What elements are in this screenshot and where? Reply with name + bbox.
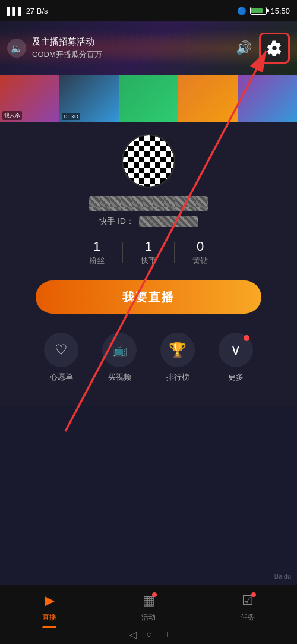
game-thumb-5[interactable] bbox=[238, 75, 297, 122]
action-label-ranking: 排行榜 bbox=[166, 372, 189, 383]
network-speed: 27 B/s bbox=[26, 7, 48, 15]
user-id-label: 快手 ID： bbox=[99, 216, 134, 227]
action-circle-ranking: 🏆 bbox=[160, 333, 195, 367]
gear-icon bbox=[267, 40, 282, 56]
nav-item-live[interactable]: ▶ 直播 bbox=[0, 591, 99, 628]
stat-vip[interactable]: 0 黄钻 bbox=[175, 239, 226, 266]
nav-underline-live bbox=[42, 626, 56, 628]
settings-button[interactable] bbox=[259, 33, 290, 64]
go-live-label: 我要直播 bbox=[122, 289, 175, 305]
stat-coins-num: 1 bbox=[145, 239, 152, 254]
stat-vip-num: 0 bbox=[197, 239, 204, 254]
trophy-icon: 🏆 bbox=[169, 342, 187, 358]
signal-indicator: ▌▌▌ bbox=[7, 7, 24, 15]
home-gesture: ○ bbox=[146, 629, 152, 640]
action-wishlist[interactable]: ♡ 心愿单 bbox=[44, 333, 78, 383]
status-bar: ▌▌▌ 27 B/s 🔵 15:50 bbox=[0, 0, 297, 21]
heart-icon: ♡ bbox=[55, 342, 68, 358]
username-blurred bbox=[89, 196, 208, 211]
top-banner: 🔈 及主播招募活动 CODM开播瓜分百万 🔊 bbox=[0, 21, 297, 75]
action-label-more: 更多 bbox=[228, 372, 244, 383]
banner-right-icons: 🔊 bbox=[236, 33, 290, 64]
battery-indicator bbox=[250, 7, 267, 15]
game-thumb-2[interactable]: DLRO bbox=[59, 75, 119, 122]
action-buy-video[interactable]: 📺 买视频 bbox=[102, 333, 137, 383]
action-circle-buy-video: 📺 bbox=[102, 333, 137, 367]
stats-row: 1 粉丝 1 快币 0 黄钻 bbox=[71, 239, 226, 266]
user-id-value-blurred bbox=[139, 216, 198, 227]
stat-coins[interactable]: 1 快币 bbox=[123, 239, 174, 266]
nav-label-live: 直播 bbox=[42, 613, 56, 623]
nav-icon-wrap-task: ☑ bbox=[237, 591, 258, 610]
action-grid: ♡ 心愿单 📺 买视频 🏆 排行榜 ∨ 更多 bbox=[32, 333, 265, 383]
bottom-nav: ▶ 直播 ▦ 活动 ☑ 任务 ◁ ○ □ bbox=[0, 585, 297, 644]
home-indicator: ◁ ○ □ bbox=[129, 629, 167, 640]
game-thumb-1[interactable]: 狼人杀 bbox=[0, 75, 59, 122]
action-more[interactable]: ∨ 更多 bbox=[219, 333, 253, 383]
recent-gesture: □ bbox=[162, 629, 168, 640]
banner-subtitle: CODM开播瓜分百万 bbox=[32, 49, 236, 60]
status-right: 🔵 15:50 bbox=[237, 7, 290, 15]
nav-icon-wrap-activity: ▦ bbox=[138, 591, 159, 610]
stat-fans-label: 粉丝 bbox=[89, 255, 105, 266]
action-ranking[interactable]: 🏆 排行榜 bbox=[160, 333, 195, 383]
stat-fans[interactable]: 1 粉丝 bbox=[71, 239, 122, 266]
nav-label-task: 任务 bbox=[241, 613, 255, 623]
action-label-buy-video: 买视频 bbox=[108, 372, 131, 383]
avatar-container[interactable] bbox=[122, 134, 175, 188]
stat-coins-label: 快币 bbox=[141, 255, 156, 266]
settings-btn-container bbox=[259, 33, 290, 64]
action-label-wishlist: 心愿单 bbox=[50, 372, 73, 383]
stat-vip-label: 黄钻 bbox=[192, 255, 208, 266]
watermark: Baidu bbox=[274, 573, 291, 580]
bluetooth-icon: 🔵 bbox=[237, 7, 247, 15]
sound-icon[interactable]: 🔊 bbox=[236, 40, 252, 56]
avatar bbox=[123, 135, 174, 187]
more-badge-dot bbox=[244, 335, 249, 341]
thumb-label-2: DLRO bbox=[62, 113, 80, 120]
nav-icon-wrap-live: ▶ bbox=[39, 591, 60, 610]
game-thumb-3[interactable] bbox=[119, 75, 178, 122]
nav-label-activity: 活动 bbox=[141, 613, 156, 623]
thumb-label-1: 狼人杀 bbox=[2, 111, 22, 120]
go-live-button[interactable]: 我要直播 bbox=[36, 280, 261, 314]
banner-title: 及主播招募活动 bbox=[32, 36, 236, 48]
banner-text: 及主播招募活动 CODM开播瓜分百万 bbox=[32, 36, 236, 60]
video-icon: 📺 bbox=[112, 343, 127, 357]
status-left: ▌▌▌ 27 B/s bbox=[7, 7, 48, 15]
action-circle-wishlist: ♡ bbox=[44, 333, 78, 367]
chevron-down-icon: ∨ bbox=[230, 342, 241, 358]
game-thumbnails: 狼人杀 DLRO bbox=[0, 75, 297, 122]
back-gesture: ◁ bbox=[129, 629, 137, 640]
stat-fans-num: 1 bbox=[93, 239, 100, 254]
nav-item-task[interactable]: ☑ 任务 bbox=[198, 591, 297, 623]
nav-item-activity[interactable]: ▦ 活动 bbox=[99, 591, 198, 623]
game-thumb-4[interactable] bbox=[178, 75, 238, 122]
profile-section: 快手 ID： 1 粉丝 1 快币 0 黄钻 我要直播 ♡ 心愿单 bbox=[0, 122, 297, 406]
clock: 15:50 bbox=[270, 7, 290, 15]
activity-badge bbox=[152, 592, 157, 597]
live-nav-icon: ▶ bbox=[45, 593, 55, 608]
banner-audio-icon[interactable]: 🔈 bbox=[7, 39, 26, 58]
action-circle-more: ∨ bbox=[219, 333, 253, 367]
user-id-row: 快手 ID： bbox=[99, 216, 198, 227]
task-badge bbox=[251, 592, 256, 597]
